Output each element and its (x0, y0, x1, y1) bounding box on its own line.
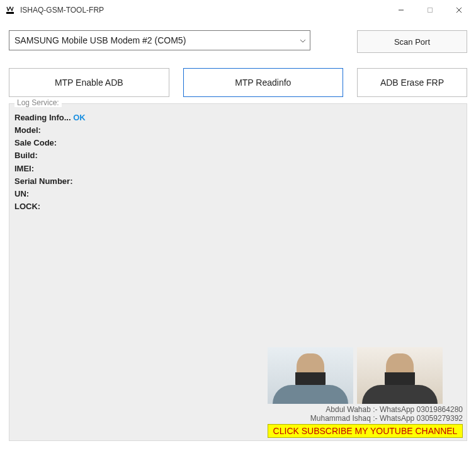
log-serial: Serial Number: (14, 175, 462, 188)
minimize-button[interactable] (387, 1, 416, 19)
mtp-enable-adb-button[interactable]: MTP Enable ADB (9, 68, 169, 97)
log-lock: LOCK: (14, 200, 462, 213)
svg-rect-2 (428, 8, 433, 13)
mtp-readinfo-button[interactable]: MTP Readinfo (183, 68, 344, 97)
contact-line-2: Muhammad Ishaq :- WhatsApp 03059279392 (268, 414, 463, 423)
port-select-value: SAMSUNG Mobile USB Modem #2 (COM5) (14, 35, 300, 45)
app-icon (5, 5, 15, 15)
author-photo-2 (357, 347, 443, 404)
svg-rect-0 (6, 12, 14, 14)
log-panel: Log Service: Reading Info... OK Model: S… (9, 103, 467, 441)
contact-line-1: Abdul Wahab :- WhatsApp 03019864280 (268, 405, 463, 414)
port-select[interactable]: SAMSUNG Mobile USB Modem #2 (COM5) (9, 30, 310, 50)
close-button[interactable] (445, 1, 473, 19)
log-model: Model: (14, 124, 462, 137)
footer-block: Abdul Wahab :- WhatsApp 03019864280 Muha… (268, 347, 463, 438)
chevron-down-icon (300, 37, 306, 44)
log-imei: IMEI: (14, 163, 462, 175)
log-sale-code: Sale Code: (14, 137, 462, 149)
log-build: Build: (14, 149, 462, 162)
window-title: ISHAQ-GSM-TOOL-FRP (20, 6, 387, 14)
author-photo-1 (268, 347, 353, 404)
titlebar: ISHAQ-GSM-TOOL-FRP (0, 0, 476, 20)
adb-erase-frp-button[interactable]: ADB Erase FRP (357, 68, 467, 97)
youtube-banner[interactable]: CLICK SUBSCRIBE MY YOUTUBE CHANNEL (268, 424, 463, 438)
scan-port-button[interactable]: Scan Port (357, 30, 467, 53)
log-reading-line: Reading Info... OK (14, 112, 462, 124)
log-body: Reading Info... OK Model: Sale Code: Bui… (14, 112, 462, 213)
log-legend: Log Service: (14, 98, 62, 107)
maximize-button[interactable] (416, 1, 445, 19)
log-un: UN: (14, 188, 462, 200)
